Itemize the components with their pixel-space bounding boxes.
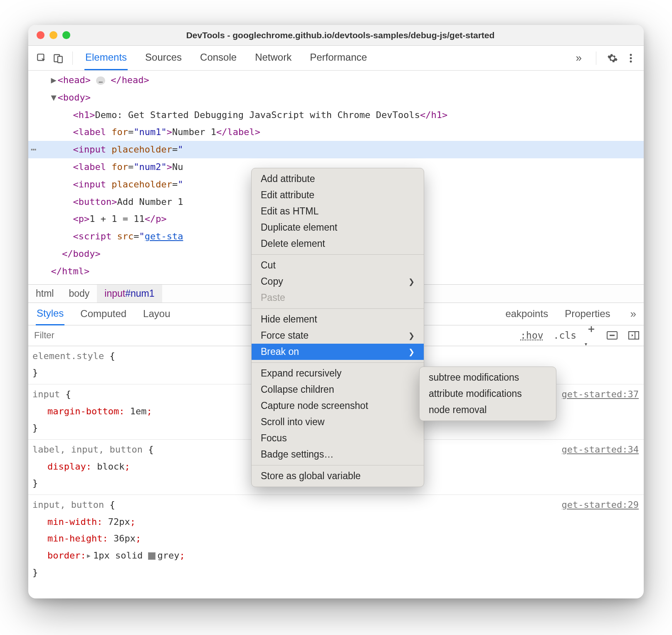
computed-toggle-icon[interactable] xyxy=(606,330,618,340)
context-menu: Add attribute Edit attribute Edit as HTM… xyxy=(251,168,424,487)
styles-filter-input[interactable] xyxy=(32,327,207,343)
menu-force-state[interactable]: Force state❯ xyxy=(252,327,424,344)
dom-node-head[interactable]: ▶<head> … </head> xyxy=(28,71,644,89)
rule-input-button[interactable]: get-started:29 input, button { min-width… xyxy=(28,495,644,583)
menu-collapse-children[interactable]: Collapse children xyxy=(252,381,424,398)
menu-cut[interactable]: Cut xyxy=(252,257,424,273)
dom-node-label1[interactable]: <label for="num1">Number 1</label> xyxy=(28,123,644,141)
inspect-element-icon[interactable] xyxy=(35,52,48,65)
subtab-breakpoints[interactable]: eakpoints xyxy=(504,303,549,325)
color-swatch-icon[interactable] xyxy=(148,552,156,560)
menu-capture-screenshot[interactable]: Capture node screenshot xyxy=(252,398,424,414)
menu-delete-element[interactable]: Delete element xyxy=(252,236,424,252)
subtab-computed[interactable]: Computed xyxy=(79,303,127,325)
main-toolbar: Elements Sources Console Network Perform… xyxy=(28,46,644,71)
settings-icon[interactable] xyxy=(606,52,619,64)
break-on-submenu: subtree modifications attribute modifica… xyxy=(419,367,556,421)
dom-node-h1[interactable]: <h1>Demo: Get Started Debugging JavaScri… xyxy=(28,106,644,124)
device-toolbar-icon[interactable] xyxy=(52,52,65,65)
subtab-layout[interactable]: Layou xyxy=(142,303,171,325)
toolbar-separator xyxy=(72,52,73,65)
rule-source-link[interactable]: get-started:34 xyxy=(562,441,639,458)
menu-hide-element[interactable]: Hide element xyxy=(252,311,424,327)
subtab-styles[interactable]: Styles xyxy=(36,303,64,325)
tab-elements[interactable]: Elements xyxy=(84,46,128,70)
toolbar-right: » xyxy=(572,52,637,65)
dom-node-body-open[interactable]: ▼<body> xyxy=(28,89,644,106)
menu-add-attribute[interactable]: Add attribute xyxy=(252,171,424,187)
tab-console[interactable]: Console xyxy=(199,46,237,70)
menu-edit-html[interactable]: Edit as HTML xyxy=(252,203,424,219)
menu-paste: Paste xyxy=(252,290,424,306)
collapsed-pill: … xyxy=(96,76,105,85)
submenu-arrow-icon: ❯ xyxy=(408,277,415,286)
menu-separator xyxy=(252,362,424,363)
svg-point-3 xyxy=(630,54,632,56)
new-rule-icon[interactable] xyxy=(586,324,596,347)
tab-network[interactable]: Network xyxy=(254,46,292,70)
menu-scroll-into-view[interactable]: Scroll into view xyxy=(252,414,424,430)
submenu-arrow-icon: ❯ xyxy=(408,331,415,340)
titlebar: DevTools - googlechrome.github.io/devtoo… xyxy=(28,25,644,46)
devtools-window: DevTools - googlechrome.github.io/devtoo… xyxy=(28,25,644,598)
menu-separator xyxy=(252,254,424,255)
tab-performance[interactable]: Performance xyxy=(309,46,368,70)
svg-point-4 xyxy=(630,57,632,59)
sidebar-toggle-icon[interactable] xyxy=(628,330,640,340)
svg-point-5 xyxy=(630,60,632,62)
menu-break-on[interactable]: Break on❯ xyxy=(252,344,424,360)
maximize-window-button[interactable] xyxy=(62,31,70,39)
subtab-properties[interactable]: Properties xyxy=(564,303,611,325)
menu-store-global[interactable]: Store as global variable xyxy=(252,468,424,484)
more-tabs-icon[interactable]: » xyxy=(572,52,586,64)
close-window-button[interactable] xyxy=(37,31,44,39)
dom-node-input1-selected[interactable]: ⋯ <input placeholder=" xyxy=(28,141,644,158)
minimize-window-button[interactable] xyxy=(49,31,57,39)
crumb-html[interactable]: html xyxy=(28,285,61,303)
crumb-body[interactable]: body xyxy=(61,285,97,303)
svg-rect-2 xyxy=(58,56,62,62)
cls-toggle[interactable]: .cls xyxy=(553,330,576,341)
more-options-icon[interactable] xyxy=(625,52,637,64)
window-title: DevTools - googlechrome.github.io/devtoo… xyxy=(70,30,610,40)
submenu-node-removal[interactable]: node removal xyxy=(420,402,556,418)
rule-source-link[interactable]: get-started:37 xyxy=(562,386,639,403)
menu-expand-recursively[interactable]: Expand recursively xyxy=(252,365,424,381)
subtab-more-icon[interactable]: » xyxy=(630,308,636,320)
menu-badge-settings[interactable]: Badge settings… xyxy=(252,446,424,463)
rule-source-link[interactable]: get-started:29 xyxy=(562,497,639,514)
submenu-attribute-modifications[interactable]: attribute modifications xyxy=(420,386,556,402)
main-tabs: Elements Sources Console Network Perform… xyxy=(84,46,368,70)
crumb-input[interactable]: input#num1 xyxy=(97,285,162,303)
menu-copy[interactable]: Copy❯ xyxy=(252,273,424,290)
overflow-gutter-icon[interactable]: ⋯ xyxy=(31,141,36,158)
menu-separator xyxy=(252,465,424,465)
traffic-lights xyxy=(37,31,70,39)
menu-duplicate-element[interactable]: Duplicate element xyxy=(252,219,424,236)
submenu-subtree-modifications[interactable]: subtree modifications xyxy=(420,369,556,386)
hov-toggle[interactable]: :hov xyxy=(520,330,543,341)
svg-rect-7 xyxy=(629,332,639,339)
menu-separator xyxy=(252,308,424,309)
menu-edit-attribute[interactable]: Edit attribute xyxy=(252,187,424,203)
toolbar-separator xyxy=(596,52,596,65)
menu-focus[interactable]: Focus xyxy=(252,430,424,446)
tab-sources[interactable]: Sources xyxy=(144,46,183,70)
submenu-arrow-icon: ❯ xyxy=(408,347,415,357)
